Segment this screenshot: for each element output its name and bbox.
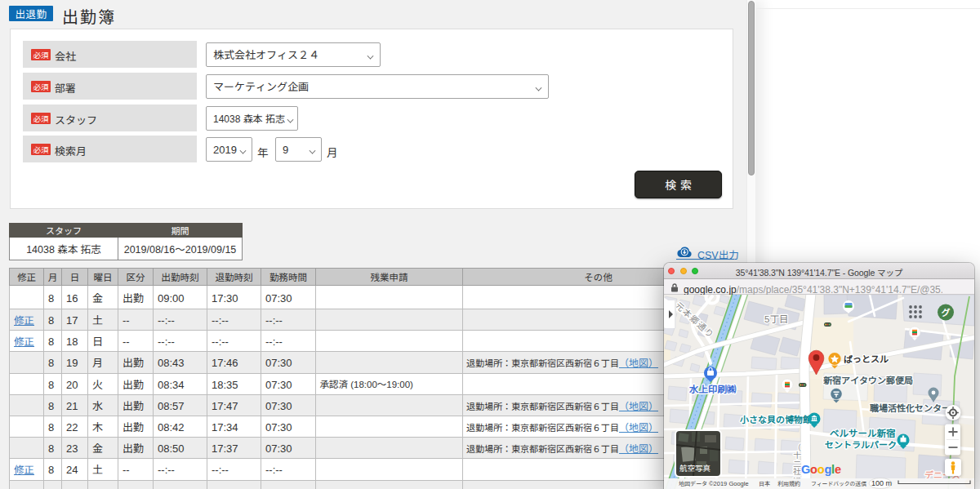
svg-text:グ: グ	[942, 305, 951, 318]
svg-text:Google: Google	[801, 463, 841, 476]
svg-text:セントラルパーク: セントラルパーク	[825, 438, 897, 451]
svg-text:新宿アイタウン郵便局: 新宿アイタウン郵便局	[823, 373, 913, 386]
svg-text:小さな貝の博物館: 小さな貝の博物館	[739, 412, 812, 425]
svg-text:フィードバックの送信: フィードバックの送信	[811, 479, 866, 487]
svg-text:100 m: 100 m	[871, 479, 892, 487]
svg-text:5丁目: 5丁目	[764, 312, 788, 325]
svg-text:職場活性化センター: 職場活性化センター	[870, 401, 951, 414]
svg-text:利用規約: 利用規約	[777, 479, 800, 487]
svg-text:日本: 日本	[759, 479, 770, 487]
svg-text:水上印刷㈱: 水上印刷㈱	[688, 382, 737, 395]
svg-text:航空写真: 航空写真	[679, 462, 711, 473]
svg-text:ばっとスル: ばっとスル	[844, 352, 889, 365]
svg-text:地図データ ©2019 Google: 地図データ ©2019 Google	[679, 479, 749, 487]
